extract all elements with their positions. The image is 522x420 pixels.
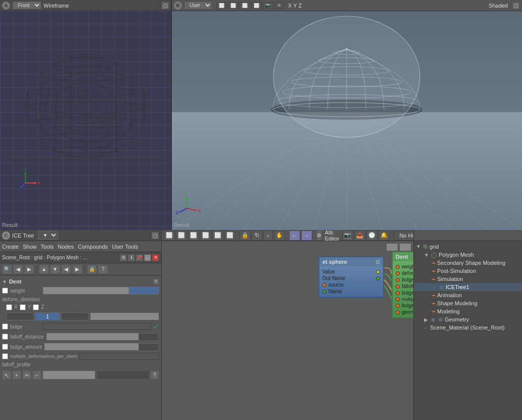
tool-next[interactable]: ▶ (24, 265, 34, 274)
dent-mult-port[interactable] (396, 297, 400, 301)
menu-show[interactable]: Show (23, 244, 37, 250)
ice-tree-dropdown[interactable]: ▼ (38, 231, 58, 240)
ice-canvas-content[interactable]: et sphere ☰ Value Out Name source (162, 241, 413, 420)
falloff-remove-btn[interactable]: ✂ (22, 370, 31, 380)
falloff-arrow-btn[interactable]: ↖ (2, 370, 11, 380)
menu-user-tools[interactable]: User Tools (112, 244, 138, 250)
bulge-checkbox[interactable] (2, 323, 8, 330)
nav-btn-6[interactable]: ⬜ (224, 230, 235, 241)
panel-icon-4[interactable]: — (144, 254, 151, 261)
bulge-amount-checkbox[interactable] (2, 344, 8, 350)
sphere-name-port[interactable] (322, 290, 326, 294)
tree-item-scene-material[interactable]: ✓ Scene_Material (Scene_Root) (414, 323, 522, 332)
viewport-left-view-select[interactable]: Front (12, 1, 41, 10)
panel-icon-3[interactable]: 📌 (136, 254, 143, 261)
tree-item-grid[interactable]: ▼ ⊞ grid (414, 242, 522, 251)
panel-icon-1[interactable]: ⚙ (120, 254, 127, 261)
tool-lock[interactable]: 🔒 (87, 265, 97, 274)
right-arrow-btn[interactable]: → (301, 230, 312, 241)
attr-editor-label[interactable]: Attr. Editor (323, 230, 342, 242)
bulge-amount-input[interactable]: 10 (138, 343, 159, 351)
nav-btn-3[interactable]: ⬜ (188, 230, 199, 241)
dent-geometry-port[interactable] (396, 310, 400, 314)
node-sphere-expand[interactable]: ☰ (375, 259, 380, 265)
node-sphere[interactable]: et sphere ☰ Value Out Name source (318, 256, 384, 298)
z-checkbox[interactable] (33, 304, 39, 310)
clock-btn[interactable]: 🕐 (366, 230, 377, 241)
falloff-corner-btn[interactable]: ⌐ (32, 370, 41, 380)
dent-weight-port[interactable] (396, 265, 400, 269)
bulge-check-icon[interactable]: ✓ (153, 322, 159, 331)
menu-create[interactable]: Create (2, 244, 19, 250)
nav-btn-2[interactable]: ⬜ (176, 230, 187, 241)
y-checkbox[interactable] (20, 304, 26, 310)
viewport-left-maximize[interactable]: ▢ (161, 2, 169, 10)
tool-prev[interactable]: ◀ (13, 265, 23, 274)
viewport-b-corner[interactable]: B (174, 2, 182, 10)
tree-item-geometry[interactable]: ▶ ⊕ ⚙ Geometry (414, 315, 522, 323)
prop-section-help[interactable]: ? (153, 278, 159, 285)
falloff-dist-checkbox[interactable] (2, 334, 8, 340)
mult-deform-checkbox[interactable] (2, 353, 8, 359)
tool-down[interactable]: ▼ (50, 265, 60, 274)
tree-item-shape-modeling[interactable]: ━ Shape Modeling (414, 299, 522, 307)
dial-btn[interactable]: 🔔 (378, 230, 390, 241)
nav-btn-4[interactable]: ⬜ (200, 230, 211, 241)
tree-item-modeling[interactable]: ━ Modeling (414, 307, 522, 315)
hand-btn[interactable]: ✋ (274, 230, 285, 241)
bulge-slider[interactable] (42, 323, 151, 330)
dent-deform-port[interactable] (396, 271, 400, 275)
sphere-source-port[interactable] (322, 283, 326, 287)
sphere-value-port[interactable] (376, 270, 380, 274)
highlight-dropdown[interactable]: No Highlight (394, 230, 413, 241)
falloff-dist-input[interactable]: 2 (138, 333, 159, 341)
circle-btn[interactable]: ○ (263, 230, 273, 241)
deform-slider[interactable] (90, 312, 159, 320)
tree-item-animation[interactable]: ━ Animation (414, 291, 522, 299)
tool-up[interactable]: ▲ (39, 265, 49, 274)
node-dent[interactable]: Dent execute ☰ weight deform_direction (392, 251, 413, 318)
dent-falloff-port[interactable] (396, 285, 400, 289)
deform-z-input[interactable]: 0 (61, 312, 89, 320)
viewport-right-view-select[interactable]: User (184, 1, 212, 10)
mult-deform-slider[interactable] (79, 353, 159, 360)
prop-section-dent[interactable]: ▼ Dent ? (2, 277, 159, 286)
dent-bulge-amt-port[interactable] (396, 291, 400, 295)
mini-btn-2[interactable] (399, 243, 411, 251)
tree-item-icetree1[interactable]: ✓ ⚙ ICETree1 (414, 283, 522, 291)
tool-right-arr[interactable]: ▶ (72, 265, 82, 274)
tree-item-simulation[interactable]: ━ Simulation (414, 275, 522, 283)
x-checkbox[interactable] (6, 304, 12, 310)
deform-x-input[interactable]: 0 (6, 312, 34, 320)
viewport-right[interactable]: B User ⬜ ⬜ ⬜ ⬜ 📷 👁 X Y Z Shaded ▢ (172, 0, 522, 230)
camera-btn[interactable]: 📷 (342, 230, 353, 241)
menu-nodes[interactable]: Nodes (58, 244, 74, 250)
weight-checkbox[interactable] (2, 288, 8, 294)
ice-tree-maximize[interactable]: ▢ (151, 231, 159, 240)
tree-item-postsim[interactable]: ━ Post-Simulation (414, 267, 522, 275)
tree-item-secondary[interactable]: ━ Secondary Shape Modeling (414, 259, 522, 267)
deform-y-input[interactable]: 1 (35, 312, 60, 320)
ice-corner[interactable]: C (2, 231, 10, 240)
viewport-a-corner[interactable]: A (2, 2, 10, 10)
menu-tools[interactable]: Tools (41, 244, 54, 250)
dent-bulge-norm-port[interactable] (396, 304, 400, 308)
panel-close[interactable]: ✕ (152, 254, 159, 261)
mini-btn-1[interactable] (386, 243, 398, 251)
sphere-outname-port[interactable] (376, 276, 380, 281)
dent-bulge-port[interactable] (396, 278, 400, 282)
export-btn[interactable]: 📤 (354, 230, 365, 241)
attr-editor-icon[interactable]: ⚙ (316, 230, 322, 241)
falloff-add-btn[interactable]: + (12, 370, 21, 380)
falloff-help-btn[interactable]: ? (150, 370, 159, 380)
tool-help[interactable]: ? (98, 265, 108, 274)
viewport-left[interactable]: A Front Wireframe ▢ (0, 0, 172, 230)
tool-left-arr[interactable]: ◀ (61, 265, 71, 274)
nav-btn-1[interactable]: ⬜ (164, 230, 175, 241)
left-arrow-btn[interactable]: ← (289, 230, 300, 241)
weight-input[interactable]: 0,591 (129, 287, 159, 295)
refresh-btn[interactable]: ↻ (252, 230, 262, 241)
menu-compounds[interactable]: Compounds (78, 244, 108, 250)
tree-item-polymesh[interactable]: ▼ ◯ Polygon Mesh (414, 251, 522, 259)
lock-btn[interactable]: 🔒 (240, 230, 251, 241)
